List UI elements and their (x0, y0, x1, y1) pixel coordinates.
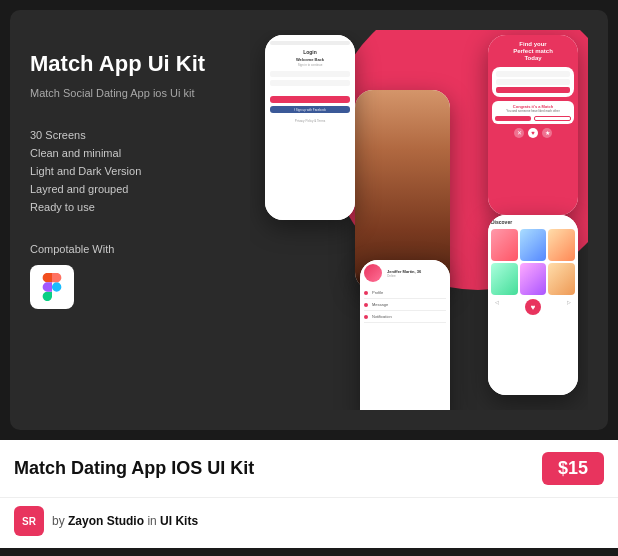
in-label: in (147, 514, 156, 528)
compatible-label: Compotable With (30, 243, 250, 255)
dislike-icon: ✕ (514, 128, 524, 138)
menu-dot (364, 303, 368, 307)
feature-item: Ready to use (30, 201, 250, 213)
profile-avatar (364, 264, 382, 282)
find-line2: Perfect match (513, 48, 553, 54)
login-tab-label: Login (270, 49, 350, 55)
profile-list-header: Jeniffer Martin, 36 Online (364, 264, 446, 282)
congrats-card: Congrats it's a Match You and someone ha… (492, 101, 574, 124)
mockups-area: Login Welcome Back Sign in to continue f… (250, 30, 588, 410)
send-message-btn (495, 116, 531, 121)
discover-cell-1 (491, 229, 518, 261)
feature-item: Light and Dark Version (30, 165, 250, 177)
menu-label-message: Message (372, 302, 388, 307)
card-container: Match App Ui Kit Match Social Dating App… (0, 10, 618, 548)
menu-label-profile: Profile (372, 290, 383, 295)
phone-discover: Discover ◁ ♥ ▷ (488, 215, 578, 395)
spacer (270, 89, 350, 93)
figma-badge (30, 265, 74, 309)
features-list: 30 Screens Clean and minimal Light and D… (30, 129, 250, 219)
product-title: Match Dating App IOS UI Kit (14, 458, 254, 479)
terms-text: Privacy Policy & Terms (270, 119, 350, 123)
email-input-mock (496, 71, 570, 77)
discover-actions: ◁ ♥ ▷ (491, 299, 575, 315)
congrats-sub: You and someone have liked each other (495, 109, 571, 113)
menu-dot (364, 315, 368, 319)
author-name[interactable]: Zayon Studio (68, 514, 144, 528)
find-line1: Find your (519, 41, 546, 47)
left-info-panel: Match App Ui Kit Match Social Dating App… (30, 30, 250, 410)
menu-item-notification: Notification (364, 311, 446, 323)
author-strip: SR by Zayon Studio in UI Kits (0, 497, 618, 548)
feature-item: Clean and minimal (30, 147, 250, 159)
action-icons-row: ✕ ♥ ★ (514, 128, 552, 138)
find-line3: Today (524, 55, 541, 61)
feature-item: Layred and grouped (30, 183, 250, 195)
bottom-strip: Match Dating App IOS UI Kit $15 (0, 440, 618, 497)
username-field (270, 71, 350, 77)
find-match-screen: Find your Perfect match Today Congrats i… (488, 35, 578, 215)
login-button (270, 96, 350, 103)
phone-find-match: Find your Perfect match Today Congrats i… (488, 35, 578, 215)
price-badge: $15 (542, 452, 604, 485)
facebook-login-button: f Sign up with Facebook (270, 106, 350, 113)
discover-cell-2 (520, 229, 547, 261)
star-icon: ★ (542, 128, 552, 138)
login-btn-mock (496, 87, 570, 93)
password-field (270, 80, 350, 86)
login-form-area (492, 67, 574, 97)
menu-label-notification: Notification (372, 314, 392, 319)
author-info: by Zayon Studio in UI Kits (52, 514, 198, 528)
phone-profile-list: Jeniffer Martin, 36 Online Profile Messa… (360, 260, 450, 410)
feature-item: 30 Screens (30, 129, 250, 141)
discover-cell-3 (548, 229, 575, 261)
find-text: Find your Perfect match Today (513, 41, 553, 63)
status-bar (270, 41, 350, 45)
menu-item-profile: Profile (364, 287, 446, 299)
discover-nav-left: ◁ (495, 299, 499, 315)
author-avatar: SR (14, 506, 44, 536)
menu-dot (364, 291, 368, 295)
pass-input-mock (496, 79, 570, 85)
figma-icon (38, 273, 66, 301)
discover-cell-6 (548, 263, 575, 295)
login-sub: Sign in to continue (270, 63, 350, 67)
discover-nav-right: ▷ (567, 299, 571, 315)
discover-like-btn: ♥ (525, 299, 541, 315)
discover-cell-4 (491, 263, 518, 295)
like-icon: ♥ (528, 128, 538, 138)
welcome-text: Welcome Back (270, 57, 350, 62)
preview-area: Match App Ui Kit Match Social Dating App… (10, 10, 608, 430)
discover-screen: Discover ◁ ♥ ▷ (488, 215, 578, 395)
keep-swiping-btn (534, 116, 572, 121)
phone-login: Login Welcome Back Sign in to continue f… (265, 35, 355, 220)
discover-cell-5 (520, 263, 547, 295)
profile-info: Jeniffer Martin, 36 Online (387, 269, 446, 278)
facebook-label: f Sign up with Facebook (294, 108, 326, 112)
menu-item-message: Message (364, 299, 446, 311)
discover-title: Discover (491, 219, 575, 225)
app-title: Match App Ui Kit (30, 50, 250, 79)
discover-grid (491, 229, 575, 295)
app-subtitle: Match Social Dating App ios Ui kit (30, 87, 250, 99)
login-screen: Login Welcome Back Sign in to continue f… (265, 35, 355, 220)
match-actions (495, 116, 571, 121)
profile-sub-small: Online (387, 274, 446, 278)
profile-list-screen: Jeniffer Martin, 36 Online Profile Messa… (360, 260, 450, 410)
author-category[interactable]: UI Kits (160, 514, 198, 528)
by-label: by (52, 514, 65, 528)
